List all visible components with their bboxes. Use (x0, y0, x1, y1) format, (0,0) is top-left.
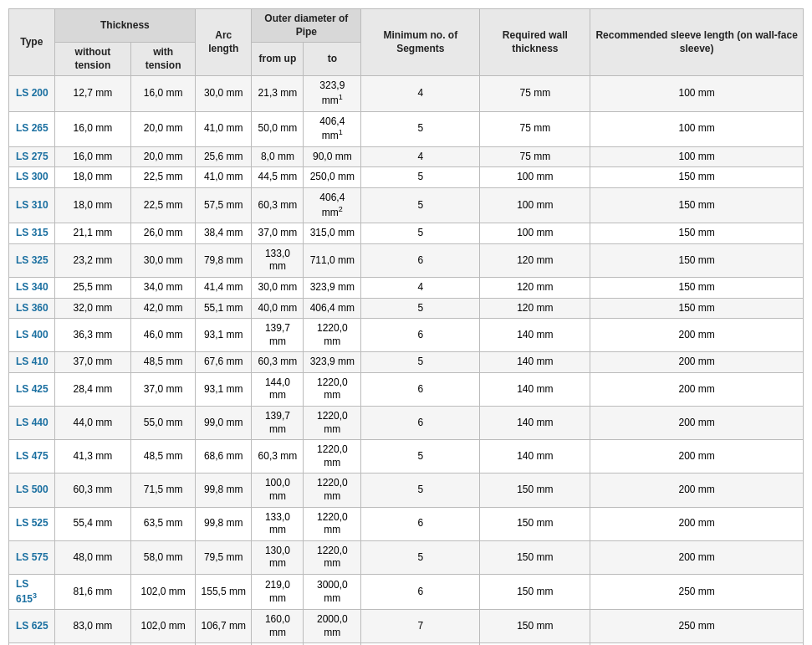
cell-with-tension: 48,5 mm (131, 440, 196, 474)
table-row: LS 42528,4 mm37,0 mm93,1 mm144,0 mm1220,… (9, 372, 804, 406)
cell-wall-thickness: 75 mm (480, 146, 590, 167)
cell-segments: 7 (361, 610, 480, 643)
cell-type: LS 575 (9, 540, 55, 574)
cell-segments: 5 (361, 223, 480, 244)
cell-sleeve-length: 150 mm (590, 298, 804, 319)
cell-to: 406,4 mm1 (304, 111, 361, 146)
cell-without-tension: 21,1 mm (54, 223, 131, 244)
cell-sleeve-length: 150 mm (590, 167, 804, 188)
cell-with-tension: 16,0 mm (131, 76, 196, 111)
cell-segments: 6 (361, 407, 480, 440)
cell-with-tension: 26,0 mm (131, 223, 196, 244)
cell-without-tension: 37,0 mm (54, 352, 131, 373)
cell-without-tension: 18,0 mm (54, 167, 131, 188)
cell-to: 90,0 mm (304, 146, 361, 167)
cell-to: 323,9 mm (304, 277, 361, 298)
cell-with-tension: 46,0 mm (131, 319, 196, 352)
cell-wall-thickness: 150 mm (480, 575, 590, 610)
cell-segments: 6 (361, 372, 480, 406)
cell-from: 100,0 mm (252, 474, 304, 507)
cell-type: LS 525 (9, 507, 55, 540)
col-req-wall: Required wall thickness (480, 9, 590, 76)
cell-to: 250,0 mm (304, 167, 361, 188)
cell-segments: 5 (361, 440, 480, 474)
cell-sleeve-length: 200 mm (590, 507, 804, 540)
cell-with-tension: 30,0 mm (131, 243, 196, 277)
col-min-segments: Minimum no. of Segments (361, 9, 480, 76)
cell-to: 3000,0 mm (304, 575, 361, 610)
cell-without-tension: 32,0 mm (54, 298, 131, 319)
cell-type: LS 625 (9, 610, 55, 643)
cell-arc-length: 93,1 mm (196, 319, 252, 352)
cell-wall-thickness: 140 mm (480, 372, 590, 406)
cell-segments: 5 (361, 474, 480, 507)
cell-arc-length: 55,1 mm (196, 298, 252, 319)
cell-segments: 4 (361, 76, 480, 111)
cell-with-tension: 20,0 mm (131, 111, 196, 146)
col-rec-sleeve: Recommended sleeve length (on wall-face … (590, 9, 804, 76)
cell-type: LS 310 (9, 187, 55, 223)
cell-from: 37,0 mm (252, 223, 304, 244)
cell-type: LS 265 (9, 111, 55, 146)
cell-to: 1220,0 mm (304, 407, 361, 440)
table-row: LS 32523,2 mm30,0 mm79,8 mm133,0 mm711,0… (9, 243, 804, 277)
table-row: LS 57548,0 mm58,0 mm79,5 mm130,0 mm1220,… (9, 540, 804, 574)
cell-sleeve-length: 150 mm (590, 223, 804, 244)
cell-type: LS 400 (9, 319, 55, 352)
cell-type: LS 6153 (9, 575, 55, 610)
cell-with-tension: 20,0 mm (131, 146, 196, 167)
cell-to: 406,4 mm (304, 298, 361, 319)
cell-arc-length: 79,5 mm (196, 540, 252, 574)
cell-with-tension: 63,5 mm (131, 507, 196, 540)
col-from-up: from up (252, 43, 304, 76)
cell-sleeve-length: 150 mm (590, 243, 804, 277)
cell-with-tension: 48,5 mm (131, 352, 196, 373)
cell-without-tension: 48,0 mm (54, 540, 131, 574)
cell-from: 144,0 mm (252, 372, 304, 406)
cell-type: LS 440 (9, 407, 55, 440)
cell-sleeve-length: 200 mm (590, 474, 804, 507)
cell-arc-length: 68,6 mm (196, 440, 252, 474)
cell-from: 139,7 mm (252, 319, 304, 352)
cell-wall-thickness: 140 mm (480, 407, 590, 440)
cell-from: 30,0 mm (252, 277, 304, 298)
cell-wall-thickness: 120 mm (480, 277, 590, 298)
cell-from: 219,0 mm (252, 575, 304, 610)
cell-wall-thickness: 75 mm (480, 76, 590, 111)
cell-arc-length: 106,7 mm (196, 610, 252, 643)
cell-type: LS 410 (9, 352, 55, 373)
table-row: LS 20012,7 mm16,0 mm30,0 mm21,3 mm323,9 … (9, 76, 804, 111)
cell-to: 1220,0 mm (304, 507, 361, 540)
cell-sleeve-length: 200 mm (590, 319, 804, 352)
cell-wall-thickness: 75 mm (480, 111, 590, 146)
cell-from: 50,0 mm (252, 111, 304, 146)
cell-sleeve-length: 250 mm (590, 575, 804, 610)
cell-wall-thickness: 140 mm (480, 352, 590, 373)
table-row: LS 44044,0 mm55,0 mm99,0 mm139,7 mm1220,… (9, 407, 804, 440)
cell-arc-length: 57,5 mm (196, 187, 252, 223)
cell-with-tension: 42,0 mm (131, 298, 196, 319)
cell-arc-length: 93,1 mm (196, 372, 252, 406)
cell-wall-thickness: 100 mm (480, 187, 590, 223)
cell-sleeve-length: 200 mm (590, 372, 804, 406)
cell-segments: 6 (361, 507, 480, 540)
cell-without-tension: 36,3 mm (54, 319, 131, 352)
cell-with-tension: 22,5 mm (131, 187, 196, 223)
cell-to: 1220,0 mm (304, 319, 361, 352)
table-row: LS 31018,0 mm22,5 mm57,5 mm60,3 mm406,4 … (9, 187, 804, 223)
col-arc-length: Arc length (196, 9, 252, 76)
cell-without-tension: 41,3 mm (54, 440, 131, 474)
cell-without-tension: 55,4 mm (54, 507, 131, 540)
cell-arc-length: 155,5 mm (196, 575, 252, 610)
cell-sleeve-length: 250 mm (590, 610, 804, 643)
cell-without-tension: 18,0 mm (54, 187, 131, 223)
cell-with-tension: 37,0 mm (131, 372, 196, 406)
cell-from: 130,0 mm (252, 540, 304, 574)
cell-from: 60,3 mm (252, 440, 304, 474)
cell-from: 133,0 mm (252, 243, 304, 277)
table-row: LS 50060,3 mm71,5 mm99,8 mm100,0 mm1220,… (9, 474, 804, 507)
cell-arc-length: 38,4 mm (196, 223, 252, 244)
cell-sleeve-length: 150 mm (590, 277, 804, 298)
cell-sleeve-length: 100 mm (590, 111, 804, 146)
table-row: LS 31521,1 mm26,0 mm38,4 mm37,0 mm315,0 … (9, 223, 804, 244)
